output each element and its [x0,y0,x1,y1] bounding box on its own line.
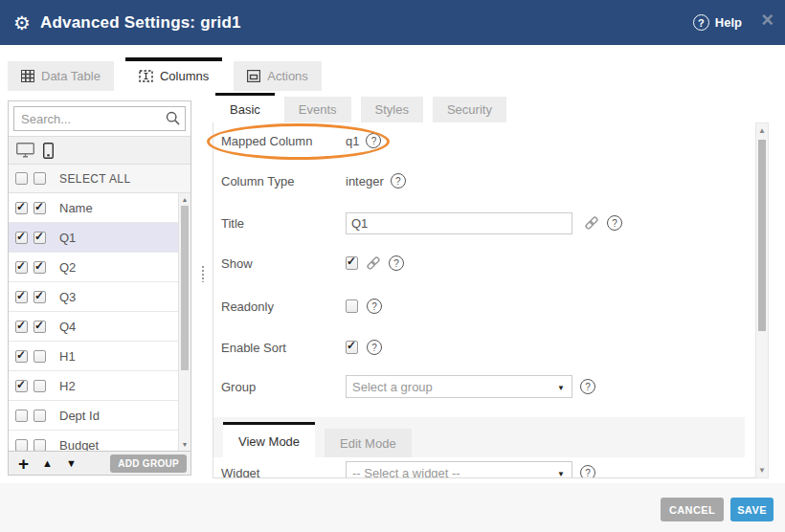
column-label: Q1 [59,231,76,245]
column-list-row[interactable]: Q3 [9,282,191,312]
chevron-down-icon: ▼ [557,470,565,478]
columns-panel: SELECT ALL ▲ ▼ Name Q1 Q2 Q3 Q4 H1 [8,100,191,476]
mobile-checkbox[interactable] [34,202,46,214]
column-label: Budget [59,438,99,452]
tab-view-mode[interactable]: View Mode [223,422,315,457]
mapped-column-label: Mapped Column [213,134,346,148]
help-icon[interactable]: ? [389,255,404,271]
help-icon[interactable]: ? [367,340,382,355]
column-label: Q3 [59,290,76,304]
mobile-checkbox[interactable] [34,380,46,392]
widget-select[interactable]: -- Select a widget -- ▼ [346,461,572,478]
web-checkbox[interactable] [15,261,28,274]
web-checkbox[interactable] [15,321,28,333]
move-down-button[interactable]: ▼ [66,457,77,469]
web-checkbox[interactable] [15,350,28,363]
main-tabs: Data Table Columns Actions [8,57,322,91]
mobile-icon[interactable] [43,143,54,159]
tab-basic[interactable]: Basic [215,93,275,122]
scrollbar-thumb[interactable] [758,140,766,331]
panel-splitter-handle[interactable] [201,265,205,282]
scroll-down-icon[interactable]: ▼ [756,466,768,475]
tab-columns[interactable]: Columns [125,57,222,91]
show-label: Show [213,256,346,271]
tab-security[interactable]: Security [433,97,506,122]
mobile-checkbox[interactable] [34,350,46,363]
scroll-up-icon[interactable]: ▲ [179,196,191,203]
column-list-row[interactable]: Q1 [9,223,191,253]
widget-row: Widget -- Select a widget -- ▼ ? [213,461,755,478]
web-checkbox[interactable] [15,291,28,303]
mobile-checkbox[interactable] [34,410,46,422]
tab-actions[interactable]: Actions [234,61,322,91]
tab-styles[interactable]: Styles [361,97,423,122]
enable-sort-checkbox[interactable] [346,341,358,354]
column-list-row[interactable]: H2 [9,371,191,401]
column-list-row[interactable]: Q4 [9,312,191,342]
web-checkbox[interactable] [15,439,28,452]
cancel-button[interactable]: CANCEL [661,498,724,521]
group-select[interactable]: Select a group ▼ [346,375,572,398]
add-group-button[interactable]: ADD GROUP [110,454,187,473]
mobile-checkbox[interactable] [34,439,46,452]
columns-toolbar: + ▲ ▼ ADD GROUP [9,451,191,475]
column-type-label: Column Type [213,174,346,188]
chevron-down-icon: ▼ [557,384,565,392]
column-list-row[interactable]: H1 [9,342,191,371]
help-icon[interactable]: ? [580,379,595,394]
mobile-checkbox[interactable] [34,321,46,333]
column-list-row[interactable]: Dept Id [9,401,191,431]
enable-sort-row: Enable Sort ? [213,336,755,359]
column-list-row[interactable]: Q2 [9,253,191,282]
show-checkbox[interactable] [346,256,358,270]
mobile-checkbox[interactable] [34,261,46,274]
help-icon[interactable]: ? [367,299,382,314]
web-checkbox[interactable] [15,410,28,422]
web-checkbox[interactable] [15,202,28,214]
form-scrollbar[interactable]: ▲ ▼ [755,122,769,478]
tab-data-table[interactable]: Data Table [8,61,114,91]
scroll-up-icon[interactable]: ▲ [756,126,768,135]
link-icon[interactable] [366,255,381,271]
select-all-row[interactable]: SELECT ALL [9,165,191,193]
web-checkbox[interactable] [15,232,28,244]
mobile-checkbox[interactable] [34,291,46,303]
dialog-title: Advanced Settings: grid1 [40,13,241,33]
column-label: H2 [59,379,76,393]
search-icon[interactable] [166,111,180,125]
columns-icon [139,70,153,82]
add-column-button[interactable]: + [18,454,29,473]
column-list-scrollbar[interactable]: ▲ ▼ [178,193,191,451]
mode-tabs-strip: View Mode Edit Mode [213,417,745,457]
search-input[interactable] [13,106,186,131]
dialog-header: ⚙ Advanced Settings: grid1 ? Help × [0,0,785,45]
scroll-down-icon[interactable]: ▼ [179,441,191,448]
column-list-row[interactable]: Budget [9,431,191,451]
web-checkbox[interactable] [15,380,28,392]
save-button[interactable]: SAVE [730,498,774,521]
help-icon[interactable]: ? [607,215,622,231]
select-all-mobile-checkbox[interactable] [34,172,46,185]
title-input[interactable] [346,212,572,234]
column-list-row[interactable]: Name [9,193,191,223]
help-icon[interactable]: ? [580,465,595,478]
desktop-icon[interactable] [16,143,34,158]
tab-events[interactable]: Events [284,97,351,122]
close-icon[interactable]: × [761,10,774,31]
mobile-checkbox[interactable] [34,232,46,244]
help-icon[interactable]: ? [366,133,381,148]
readonly-label: Readonly [213,299,346,314]
select-all-web-checkbox[interactable] [15,172,28,185]
title-label: Title [213,216,346,231]
scrollbar-thumb[interactable] [181,206,189,370]
tab-edit-mode[interactable]: Edit Mode [325,429,412,457]
help-button[interactable]: ? Help [693,0,742,45]
readonly-row: Readonly ? [213,295,755,318]
link-icon[interactable] [584,215,599,231]
help-icon[interactable]: ? [391,173,406,188]
column-label: H1 [59,349,76,364]
dialog-footer: CANCEL SAVE [0,483,785,532]
help-label: Help [715,15,742,30]
move-up-button[interactable]: ▲ [42,457,53,469]
readonly-checkbox[interactable] [346,299,358,313]
